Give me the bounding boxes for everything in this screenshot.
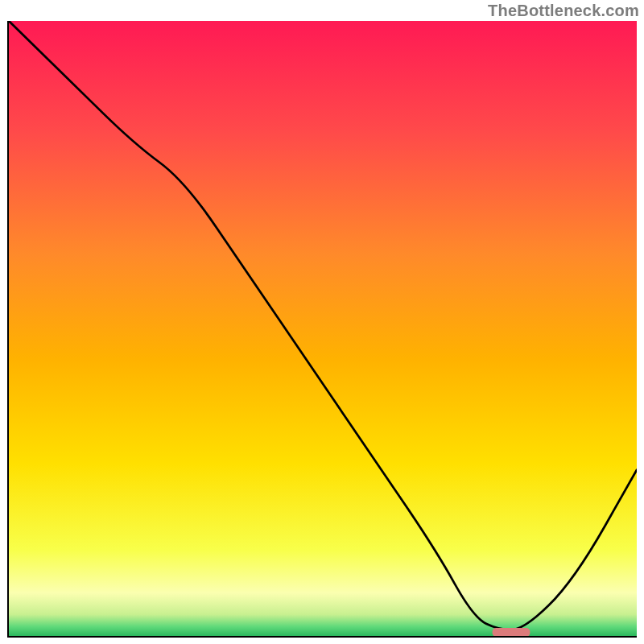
optimal-marker [9, 21, 637, 636]
watermark-text: TheBottleneck.com [488, 2, 639, 20]
plot-area [7, 21, 637, 638]
svg-rect-1 [493, 628, 530, 636]
